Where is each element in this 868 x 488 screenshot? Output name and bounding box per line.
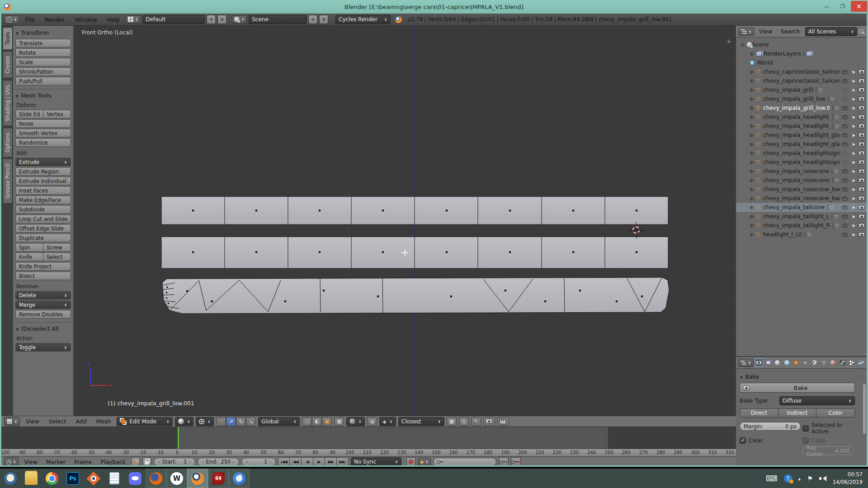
renderability-camera-icon[interactable] <box>859 232 865 237</box>
update-help-icon[interactable] <box>784 474 792 483</box>
visibility-eye-icon[interactable] <box>842 160 848 164</box>
outliner-row-chevy-impala-headlight-r[interactable]: chevy_impala_headlight_R| <box>736 122 867 131</box>
expand-toggle-icon[interactable] <box>750 223 756 229</box>
tab-texture[interactable] <box>839 358 847 367</box>
touch-keyboard-icon[interactable] <box>766 474 778 483</box>
play-reverse-button[interactable]: ◀ <box>302 457 313 466</box>
taskbar-app-w-app[interactable]: W <box>166 469 187 488</box>
expand-toggle-icon[interactable] <box>750 96 756 102</box>
outliner-row-chevy-capriceclassic-tailcone-pla[interactable]: chevy_capriceclassic_tailcone_pla <box>736 67 867 76</box>
taskbar-app-image-viewer[interactable] <box>83 469 104 488</box>
scale-button[interactable]: Scale <box>15 58 71 66</box>
visibility-eye-icon[interactable] <box>842 70 848 74</box>
merge-button[interactable]: Merge <box>15 300 71 309</box>
slide-ed-button[interactable]: Slide Ed <box>15 110 43 118</box>
visibility-eye-icon[interactable] <box>842 224 848 228</box>
expand-toggle-icon[interactable] <box>741 42 747 48</box>
outliner-row-headlight-l-l0[interactable]: headlight_l_L0| <box>736 230 867 239</box>
visibility-eye-icon[interactable] <box>842 233 848 237</box>
sync-mode-selector[interactable]: No Sync <box>351 457 401 466</box>
face-select-button[interactable] <box>322 417 332 426</box>
visibility-eye-icon[interactable] <box>842 188 848 192</box>
outliner-row-chevy-impala-headlight-l[interactable]: chevy_impala_headlight_L| <box>736 113 867 122</box>
visibility-eye-icon[interactable] <box>842 197 848 201</box>
outliner-row-chevy-impala-nosecone-backplas[interactable]: chevy_impala_nosecone_backplas <box>736 185 867 194</box>
pass-indirect-button[interactable]: Indirect <box>778 408 817 418</box>
expand-toggle-icon[interactable] <box>750 114 756 120</box>
shelf-tab-tools[interactable]: Tools <box>3 27 13 50</box>
visibility-eye-icon[interactable] <box>842 142 848 146</box>
renderability-camera-icon[interactable] <box>859 187 865 192</box>
tab-material[interactable] <box>829 358 837 367</box>
timeline-menu-frame[interactable]: Frame <box>71 459 95 465</box>
scene-icon-dropdown[interactable] <box>232 15 247 23</box>
jump-to-end-button[interactable]: ▶▶| <box>337 457 349 466</box>
muted-speaker-icon[interactable] <box>819 475 826 482</box>
editor-type-dropdown[interactable] <box>4 15 19 24</box>
selectability-cursor-icon[interactable] <box>849 159 857 165</box>
renderability-camera-icon[interactable] <box>859 142 865 146</box>
remove-doubles-button[interactable]: Remove Doubles <box>15 310 71 319</box>
renderability-camera-icon[interactable] <box>859 178 865 183</box>
taskbar-app-explorer[interactable] <box>21 469 42 488</box>
renderability-camera-icon[interactable] <box>859 223 865 228</box>
maximize-button[interactable] <box>835 1 851 12</box>
offset-edge-slide-button[interactable]: Offset Edge Slide <box>15 224 71 233</box>
active-keying-set-field[interactable] <box>433 458 496 466</box>
expand-toggle-icon[interactable] <box>750 160 756 165</box>
tab-modifiers[interactable] <box>811 358 819 367</box>
taskbar-app-firefox[interactable] <box>146 469 166 488</box>
tab-scene[interactable] <box>774 358 782 367</box>
snap-element-selector[interactable] <box>379 417 396 426</box>
timeline-menu-marker[interactable]: Marker <box>43 459 69 465</box>
selectability-cursor-icon[interactable] <box>849 141 857 147</box>
renderability-camera-icon[interactable] <box>859 169 865 174</box>
renderability-camera-icon[interactable] <box>859 151 865 155</box>
visibility-eye-icon[interactable] <box>842 215 848 219</box>
proportional-edit-selector[interactable] <box>346 417 365 426</box>
action-center-flag-icon[interactable] <box>807 475 813 482</box>
cage-checkbox[interactable]: Cage <box>802 437 860 444</box>
translate-button[interactable]: Translate <box>15 39 71 47</box>
renderability-camera-icon[interactable] <box>859 115 865 119</box>
bisect-button[interactable]: Bisect <box>15 272 71 280</box>
deselect-all-panel-header[interactable]: (De)select All <box>16 325 71 332</box>
knife-button[interactable]: Knife <box>15 253 43 261</box>
inset-faces-button[interactable]: Inset Faces <box>15 186 71 195</box>
make-edge-face-button[interactable]: Make Edge/Face <box>15 196 71 204</box>
manipulator-scale-button[interactable] <box>246 417 256 426</box>
noise-button[interactable]: Noise <box>15 119 71 128</box>
expand-toggle-icon[interactable] <box>750 141 756 147</box>
snap-target-selector[interactable]: Closest <box>398 417 444 426</box>
outliner-row-chevy-impala-headlight-glass-r[interactable]: chevy_impala_headlight_glass_R <box>736 140 867 149</box>
mode-selector[interactable]: Edit Mode <box>117 417 173 426</box>
selectability-cursor-icon[interactable] <box>849 77 857 84</box>
renderability-camera-icon[interactable] <box>859 196 865 201</box>
selectability-cursor-icon[interactable] <box>849 68 857 75</box>
delete-keyframe-button[interactable]: × <box>511 457 521 466</box>
renderability-camera-icon[interactable] <box>859 97 865 101</box>
taskbar-app-discord[interactable] <box>125 469 146 488</box>
viewport-editor-type-dropdown[interactable] <box>4 417 20 426</box>
transform-orientation-selector[interactable]: Global <box>258 417 300 426</box>
opengl-animation-button[interactable] <box>497 417 509 426</box>
manipulator-rotate-button[interactable] <box>236 417 246 426</box>
renderability-camera-icon[interactable] <box>859 70 865 74</box>
menu-window[interactable]: Window <box>71 16 101 23</box>
add-layout-button[interactable]: + <box>207 15 216 24</box>
delete-button[interactable]: Delete <box>15 291 71 300</box>
selectability-cursor-icon[interactable] <box>849 104 857 111</box>
selectability-cursor-icon[interactable] <box>849 222 857 229</box>
expand-toggle-icon[interactable] <box>750 150 756 156</box>
search-icon[interactable] <box>859 29 864 34</box>
extrude-region-button[interactable]: Extrude Region <box>15 167 71 176</box>
screen-layout-icon-dropdown[interactable] <box>126 15 141 23</box>
outliner-row-chevy-impala-headlight-glass-l[interactable]: chevy_impala_headlight_glass_L <box>736 131 867 140</box>
visibility-eye-icon[interactable] <box>842 88 848 92</box>
expand-toggle-icon[interactable] <box>750 51 756 57</box>
toggle-action-dropdown[interactable]: Toggle <box>15 343 71 352</box>
expand-toggle-icon[interactable] <box>750 196 756 202</box>
renderability-camera-icon[interactable] <box>859 124 865 128</box>
shelf-tab-shading-uvs[interactable]: Shading / UVs <box>3 80 13 126</box>
menu-view[interactable]: View <box>22 418 43 425</box>
